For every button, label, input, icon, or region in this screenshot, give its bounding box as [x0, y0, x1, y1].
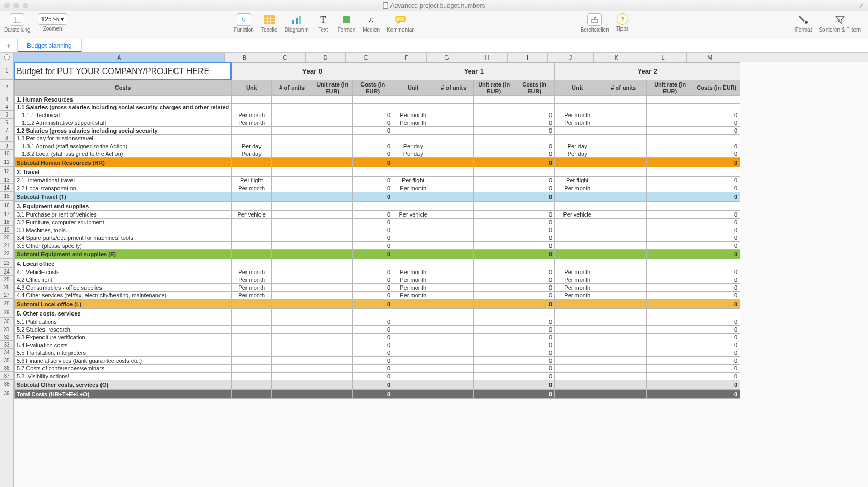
cell[interactable] [600, 299, 647, 309]
minimize-window-icon[interactable] [13, 3, 19, 8]
cell[interactable] [555, 349, 600, 357]
cell[interactable]: 0 [353, 192, 393, 202]
cell[interactable] [647, 268, 693, 276]
cell[interactable]: 0 [693, 150, 740, 158]
cell[interactable] [433, 150, 474, 158]
cell-a[interactable]: 3.4 Spare parts/equipment for machines, … [15, 234, 232, 242]
cell[interactable] [312, 127, 353, 135]
cell[interactable] [272, 177, 312, 184]
cell[interactable] [647, 234, 693, 242]
cell[interactable] [232, 167, 272, 177]
cell[interactable]: Per month [393, 119, 433, 127]
cell[interactable] [312, 326, 353, 334]
cell[interactable]: 0 [693, 192, 740, 202]
cell[interactable] [600, 390, 647, 399]
cell[interactable] [474, 226, 514, 234]
cell[interactable] [474, 127, 514, 135]
shape-button[interactable]: Formen [338, 13, 355, 33]
cell-a[interactable]: 4.2 Office rent [15, 276, 232, 284]
cell[interactable] [393, 365, 433, 373]
cell[interactable]: 0 [693, 184, 740, 192]
cell[interactable] [433, 234, 474, 242]
column-header-I[interactable]: I [508, 53, 548, 62]
cell[interactable] [514, 309, 555, 318]
cell[interactable] [393, 349, 433, 357]
cell[interactable] [232, 226, 272, 234]
sheet-grid[interactable]: Budget for PUT YOUR COMPANY/PROJECT HERE… [14, 62, 740, 487]
cell[interactable] [232, 380, 272, 390]
cell[interactable] [393, 326, 433, 334]
cell[interactable] [647, 373, 693, 380]
cell[interactable] [312, 135, 353, 142]
cell[interactable] [555, 390, 600, 399]
cell[interactable]: Per day [555, 150, 600, 158]
cell[interactable] [272, 111, 312, 119]
cell-a[interactable]: Subtotal Travel (T) [15, 192, 232, 202]
cell[interactable]: Per month [555, 284, 600, 292]
cell[interactable] [474, 349, 514, 357]
cell[interactable] [474, 276, 514, 284]
cell[interactable] [312, 250, 353, 259]
cell[interactable] [433, 158, 474, 167]
cell[interactable] [312, 226, 353, 234]
cell[interactable] [272, 96, 312, 104]
cell[interactable] [647, 341, 693, 349]
cell[interactable]: Per month [393, 284, 433, 292]
cell[interactable] [647, 211, 693, 219]
cell[interactable] [474, 390, 514, 399]
cell[interactable] [232, 349, 272, 357]
row-header[interactable]: 28 [0, 299, 13, 308]
cell[interactable] [353, 96, 393, 104]
select-all-corner[interactable] [0, 53, 14, 62]
cell[interactable] [312, 104, 353, 111]
cell[interactable]: 0 [353, 177, 393, 184]
cell[interactable] [433, 119, 474, 127]
cell-a[interactable]: 3.1 Purchase or rent of vehicles [15, 211, 232, 219]
cell[interactable] [474, 234, 514, 242]
cell[interactable] [312, 119, 353, 127]
cell[interactable] [433, 309, 474, 318]
cell-a[interactable]: 2.1. International travel [15, 177, 232, 184]
cell[interactable]: 0 [353, 318, 393, 326]
cell[interactable] [600, 284, 647, 292]
cell[interactable] [555, 250, 600, 259]
cell[interactable] [272, 119, 312, 127]
cell[interactable] [474, 284, 514, 292]
cell[interactable] [474, 341, 514, 349]
year0-header[interactable]: Year 0 [232, 63, 393, 80]
cell[interactable] [232, 373, 272, 380]
cell[interactable] [232, 158, 272, 167]
cell[interactable]: 0 [353, 334, 393, 341]
cell[interactable] [312, 365, 353, 373]
cell[interactable] [232, 250, 272, 259]
cell[interactable] [393, 259, 433, 268]
cell[interactable] [433, 334, 474, 341]
cell[interactable]: 0 [353, 250, 393, 259]
cell[interactable] [647, 292, 693, 299]
cell[interactable]: Per month [555, 276, 600, 284]
cell[interactable]: 0 [514, 192, 555, 202]
cell[interactable]: 0 [353, 326, 393, 334]
cell[interactable]: 0 [693, 357, 740, 365]
cell[interactable] [600, 219, 647, 226]
cell[interactable]: 0 [693, 299, 740, 309]
row-header[interactable]: 26 [0, 283, 13, 291]
cell[interactable] [232, 326, 272, 334]
cell[interactable] [600, 184, 647, 192]
cell[interactable]: 0 [514, 318, 555, 326]
column-header-E[interactable]: E [346, 53, 386, 62]
cell-a[interactable]: 4.3 Consumables - office supplies [15, 284, 232, 292]
cell[interactable] [433, 259, 474, 268]
cell[interactable]: 0 [514, 357, 555, 365]
cell[interactable]: 0 [353, 390, 393, 399]
cell[interactable] [232, 365, 272, 373]
cell[interactable] [555, 318, 600, 326]
cell-a[interactable]: Subtotal Equipment and supplies (E) [15, 250, 232, 259]
cell-a[interactable]: 5.4 Evaluation costs [15, 341, 232, 349]
cell[interactable]: 0 [353, 292, 393, 299]
cell[interactable]: Per month [232, 184, 272, 192]
cell[interactable] [393, 373, 433, 380]
cell[interactable] [600, 250, 647, 259]
cell[interactable] [393, 219, 433, 226]
cell[interactable] [600, 119, 647, 127]
